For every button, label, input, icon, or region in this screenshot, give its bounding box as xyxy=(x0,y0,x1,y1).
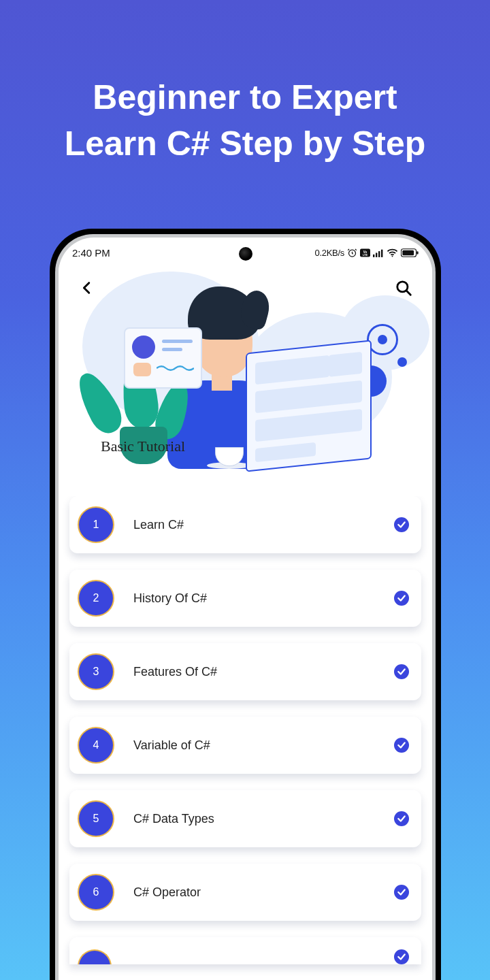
svg-rect-4 xyxy=(373,254,374,257)
completed-check-icon xyxy=(394,664,409,679)
search-button[interactable] xyxy=(390,274,417,301)
search-icon xyxy=(395,279,412,297)
lesson-title: C# Data Types xyxy=(133,812,394,826)
completed-check-icon xyxy=(394,949,409,964)
volte-icon: VoLTE xyxy=(360,248,370,257)
lesson-index-badge: 6 xyxy=(78,874,114,911)
phone-camera xyxy=(239,247,252,261)
phone-bezel: 2:40 PM 0.2KB/s VoLTE xyxy=(55,234,436,980)
completed-check-icon xyxy=(394,591,409,606)
completed-check-icon xyxy=(394,738,409,753)
lesson-title: Features Of C# xyxy=(133,665,394,679)
completed-check-icon xyxy=(394,885,409,900)
svg-point-8 xyxy=(392,255,393,257)
lesson-title: C# Operator xyxy=(133,885,394,900)
lesson-card[interactable]: 5 C# Data Types xyxy=(69,790,421,847)
signal-icon xyxy=(373,248,384,257)
phone-frame: 2:40 PM 0.2KB/s VoLTE xyxy=(50,229,441,980)
lesson-index-badge: 2 xyxy=(78,580,114,617)
lesson-index-badge: 5 xyxy=(78,800,114,837)
completed-check-icon xyxy=(394,517,409,532)
wifi-icon xyxy=(387,248,398,257)
promo-headline: Beginner to Expert Learn C# Step by Step xyxy=(0,0,490,167)
lesson-title: Learn C# xyxy=(133,518,394,532)
completed-check-icon xyxy=(394,811,409,826)
phone-screen: 2:40 PM 0.2KB/s VoLTE xyxy=(59,238,432,980)
svg-text:Vo: Vo xyxy=(363,250,368,253)
svg-rect-11 xyxy=(416,251,418,255)
lesson-index-badge: 3 xyxy=(78,653,114,690)
hero-section: Basic Tutorial xyxy=(59,265,432,496)
lesson-card-partial[interactable] xyxy=(69,937,421,964)
promo-background: Beginner to Expert Learn C# Step by Step… xyxy=(0,0,490,980)
lesson-card[interactable]: 3 Features Of C# xyxy=(69,643,421,700)
lesson-card[interactable]: 2 History Of C# xyxy=(69,570,421,627)
promo-line-2: Learn C# Step by Step xyxy=(0,121,490,167)
lesson-title: Variable of C# xyxy=(133,738,394,753)
promo-line-1: Beginner to Expert xyxy=(0,75,490,121)
chevron-left-icon xyxy=(80,279,95,297)
svg-text:LTE: LTE xyxy=(363,254,368,257)
alarm-icon xyxy=(347,248,357,258)
status-net-speed: 0.2KB/s xyxy=(315,248,344,258)
battery-icon xyxy=(401,248,419,257)
lesson-card[interactable]: 1 Learn C# xyxy=(69,496,421,553)
svg-rect-6 xyxy=(378,251,380,257)
lesson-index-badge xyxy=(78,949,112,964)
svg-rect-10 xyxy=(402,250,414,255)
status-time: 2:40 PM xyxy=(72,247,110,259)
lesson-index-badge: 1 xyxy=(78,506,114,543)
svg-rect-5 xyxy=(376,252,377,257)
lesson-index-badge: 4 xyxy=(78,727,114,764)
lesson-list[interactable]: 1 Learn C# 2 History Of C# 3 Features Of… xyxy=(59,496,432,964)
svg-rect-7 xyxy=(381,249,382,257)
hero-title: Basic Tutorial xyxy=(101,438,185,455)
lesson-title: History Of C# xyxy=(133,591,394,606)
lesson-card[interactable]: 4 Variable of C# xyxy=(69,717,421,774)
back-button[interactable] xyxy=(74,274,101,301)
lesson-card[interactable]: 6 C# Operator xyxy=(69,864,421,921)
